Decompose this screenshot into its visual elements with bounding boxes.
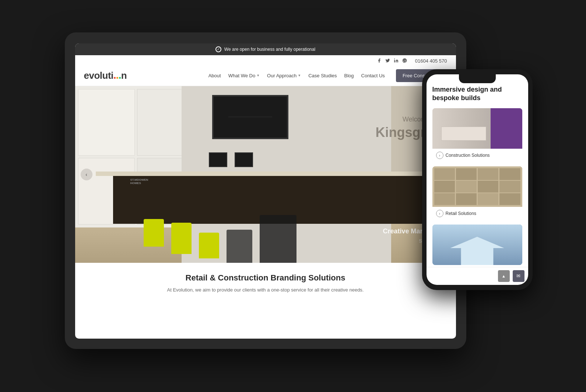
what-we-do-caret: ▼	[256, 74, 260, 77]
our-approach-caret: ▼	[298, 74, 301, 77]
shelf-item	[499, 181, 520, 193]
navigation: 01604 405 570 evoluti n About	[75, 55, 456, 86]
check-icon: ✓	[215, 46, 221, 52]
tv-screen-line	[228, 116, 272, 117]
email-button[interactable]: ✉	[513, 270, 524, 282]
shelf-item	[456, 168, 477, 180]
section-heading: Retail & Construction Branding Solutions	[84, 273, 447, 283]
construction-label-text: Construction Solutions	[446, 153, 490, 158]
shelf-item	[434, 168, 455, 180]
phone-card-third	[432, 225, 522, 265]
pinterest-icon[interactable]	[402, 58, 407, 64]
monitor-2	[235, 152, 253, 167]
phone-card-third-image	[432, 225, 522, 265]
phone-content: Immersive design and bespoke builds › Co…	[427, 74, 528, 267]
logo-dots	[114, 77, 121, 79]
retail-label-text: Retail Solutions	[446, 211, 476, 216]
phone-card-retail: › Retail Solutions	[432, 166, 522, 220]
panel-1	[78, 89, 135, 156]
chair-1	[144, 219, 164, 247]
shelf-col-2	[456, 168, 477, 205]
chair-dark-1	[227, 230, 252, 263]
hero-prev-arrow[interactable]: ‹	[81, 169, 92, 180]
retail-arrow-icon: ›	[436, 210, 443, 217]
announcement-text: We are open for business and fully opera…	[224, 47, 315, 52]
scene: ✓ We are open for business and fully ope…	[54, 21, 533, 371]
nav-what-we-do[interactable]: What We Do ▼	[228, 73, 260, 78]
shelf-item	[434, 193, 455, 205]
tablet-screen: ✓ We are open for business and fully ope…	[75, 43, 456, 339]
nav-links: About What We Do ▼ Our Approach ▼ Case S…	[208, 69, 447, 82]
phone-notch	[459, 74, 496, 83]
content-section: Retail & Construction Branding Solutions…	[75, 263, 456, 301]
shelf-col-3	[478, 168, 498, 205]
tablet-device: ✓ We are open for business and fully ope…	[65, 32, 466, 349]
shelf-col-1	[434, 168, 455, 205]
shelf-item	[478, 168, 498, 180]
hero-background: ST.MDOWENHOMES	[75, 86, 456, 263]
hero-tv	[212, 95, 288, 139]
nav-our-approach[interactable]: Our Approach ▼	[267, 73, 301, 78]
nav-bottom-bar: evoluti n About What We Do ▼	[84, 66, 447, 86]
svg-point-0	[394, 59, 395, 59]
nav-case-studies[interactable]: Case Studies	[308, 73, 337, 78]
nav-contact-us[interactable]: Contact Us	[361, 73, 385, 78]
shelf-item	[478, 181, 498, 193]
nav-blog[interactable]: Blog	[344, 73, 354, 78]
logo-text: evoluti	[84, 70, 113, 81]
phone-number: 01604 405 570	[415, 58, 447, 64]
linkedin-icon[interactable]	[394, 58, 399, 64]
chair-2	[171, 223, 192, 254]
phone-card-construction-label[interactable]: › Construction Solutions	[432, 149, 522, 162]
chair-dark-2	[260, 215, 296, 263]
nav-top-bar: 01604 405 570	[84, 55, 447, 66]
phone-card-construction: › Construction Solutions	[432, 108, 522, 162]
shelf-item	[456, 181, 477, 193]
phone-card-construction-image	[432, 108, 522, 149]
scroll-top-button[interactable]: ▲	[498, 270, 510, 282]
dot-red	[114, 77, 116, 79]
phone-screen: Immersive design and bespoke builds › Co…	[427, 74, 528, 285]
purple-accent-wall	[491, 108, 522, 149]
tv-screen	[214, 96, 287, 138]
phone-card-retail-image	[432, 166, 522, 207]
construction-arrow-icon: ›	[436, 152, 443, 159]
logo-n: n	[121, 70, 127, 81]
chair-3	[199, 233, 219, 258]
phone-heading: Immersive design and bespoke builds	[432, 85, 522, 103]
shelf-col-4	[499, 168, 520, 205]
shelf-item	[434, 181, 455, 193]
phone-device: Immersive design and bespoke builds › Co…	[422, 69, 533, 290]
chairs-row	[144, 174, 456, 263]
announcement-bar: ✓ We are open for business and fully ope…	[75, 43, 456, 55]
shelf-item	[456, 193, 477, 205]
nav-about[interactable]: About	[208, 73, 221, 78]
twitter-icon[interactable]	[385, 58, 390, 64]
kitchen-counter	[441, 127, 486, 141]
retail-shelves	[434, 168, 520, 205]
dot-green	[119, 77, 121, 79]
dot-orange	[116, 77, 118, 79]
facebook-icon[interactable]	[377, 58, 382, 64]
monitor-1	[209, 152, 227, 167]
phone-bottom-actions: ▲ ✉	[427, 267, 528, 285]
logo[interactable]: evoluti n	[84, 70, 127, 81]
hero-section: ST.MDOWENHOMES Welcome to Kingsgrove	[75, 86, 456, 263]
section-description: At Evolution, we aim to provide our clie…	[159, 286, 372, 294]
phone-card-retail-label[interactable]: › Retail Solutions	[432, 207, 522, 220]
social-icons	[377, 58, 407, 64]
shelf-item	[499, 193, 520, 205]
shelf-item	[478, 193, 498, 205]
monitors	[209, 152, 253, 167]
shelf-item	[499, 168, 520, 180]
